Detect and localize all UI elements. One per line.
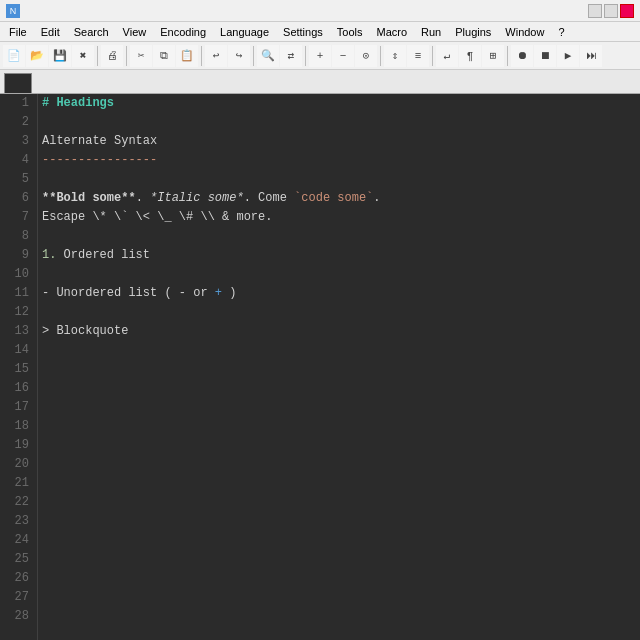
line-num-1: 1 xyxy=(6,94,29,113)
title-bar-controls[interactable] xyxy=(588,4,634,18)
title-bar: N xyxy=(0,0,640,22)
tb-syncmap[interactable]: ≡ xyxy=(407,45,429,67)
tb-zoomout[interactable]: − xyxy=(332,45,354,67)
code-token: > Blockquote xyxy=(42,322,128,341)
code-token: Alternate Syntax xyxy=(42,132,157,151)
tb-cut[interactable]: ✂ xyxy=(130,45,152,67)
line-num-26: 26 xyxy=(6,569,29,588)
menu-edit[interactable]: Edit xyxy=(34,22,67,41)
code-token: ) xyxy=(222,284,236,303)
menu-view[interactable]: View xyxy=(116,22,154,41)
code-token: *Italic some* xyxy=(150,189,244,208)
menu-plugins[interactable]: Plugins xyxy=(448,22,498,41)
line-num-22: 22 xyxy=(6,493,29,512)
line-numbers: 1 2 3 4 5 6 7 8 9 10 11 12 13 14 15 16 1… xyxy=(0,94,38,640)
tb-indent[interactable]: ⊞ xyxy=(482,45,504,67)
menu-file[interactable]: File xyxy=(2,22,34,41)
toolbar-sep1 xyxy=(97,46,98,66)
code-line-6: **Bold some** . *Italic some* . Come `co… xyxy=(42,189,636,208)
line-num-16: 16 xyxy=(6,379,29,398)
code-token: - Unordered list ( - or xyxy=(42,284,215,303)
line-num-6: 6 xyxy=(6,189,29,208)
menu-bar: File Edit Search View Encoding Language … xyxy=(0,22,640,42)
line-num-11: 11 xyxy=(6,284,29,303)
tb-synscroll[interactable]: ⇕ xyxy=(384,45,406,67)
menu-window[interactable]: Window xyxy=(498,22,551,41)
tb-macro-play[interactable]: ▶ xyxy=(557,45,579,67)
line-num-25: 25 xyxy=(6,550,29,569)
toolbar-sep8 xyxy=(507,46,508,66)
line-num-28: 28 xyxy=(6,607,29,626)
toolbar-sep5 xyxy=(305,46,306,66)
tb-zoomin[interactable]: + xyxy=(309,45,331,67)
tb-save[interactable]: 💾 xyxy=(49,45,71,67)
code-line-11: - Unordered list ( - or + ) xyxy=(42,284,636,303)
code-line-9: 1. Ordered list xyxy=(42,246,636,265)
code-token: **Bold some** xyxy=(42,189,136,208)
menu-tools[interactable]: Tools xyxy=(330,22,370,41)
tab-bar xyxy=(0,70,640,94)
line-num-10: 10 xyxy=(6,265,29,284)
tb-allchars[interactable]: ¶ xyxy=(459,45,481,67)
code-line-2 xyxy=(42,113,636,132)
tb-open[interactable]: 📂 xyxy=(26,45,48,67)
menu-search[interactable]: Search xyxy=(67,22,116,41)
tb-undo[interactable]: ↩ xyxy=(205,45,227,67)
close-button[interactable] xyxy=(620,4,634,18)
tb-macro-rec[interactable]: ⏺ xyxy=(511,45,533,67)
tb-macro-run[interactable]: ⏭ xyxy=(580,45,602,67)
code-token: # Headings xyxy=(42,94,114,113)
line-num-24: 24 xyxy=(6,531,29,550)
title-bar-left: N xyxy=(6,4,24,18)
tb-wordwrap[interactable]: ↵ xyxy=(436,45,458,67)
toolbar-sep3 xyxy=(201,46,202,66)
tb-closeall[interactable]: ✖ xyxy=(72,45,94,67)
code-line-1: # Headings xyxy=(42,94,636,113)
code-line-5 xyxy=(42,170,636,189)
code-line-12 xyxy=(42,303,636,322)
code-token: . Come xyxy=(244,189,294,208)
toolbar-sep7 xyxy=(432,46,433,66)
line-num-4: 4 xyxy=(6,151,29,170)
tb-zoomreset[interactable]: ⊙ xyxy=(355,45,377,67)
tb-print[interactable]: 🖨 xyxy=(101,45,123,67)
code-line-13: > Blockquote xyxy=(42,322,636,341)
minimize-button[interactable] xyxy=(588,4,602,18)
code-line-4: ---------------- xyxy=(42,151,636,170)
line-num-5: 5 xyxy=(6,170,29,189)
code-token: Ordered list xyxy=(56,246,150,265)
menu-macro[interactable]: Macro xyxy=(369,22,414,41)
line-num-14: 14 xyxy=(6,341,29,360)
code-line-3: Alternate Syntax xyxy=(42,132,636,151)
menu-language[interactable]: Language xyxy=(213,22,276,41)
menu-run[interactable]: Run xyxy=(414,22,448,41)
tb-paste[interactable]: 📋 xyxy=(176,45,198,67)
code-token: 1. xyxy=(42,246,56,265)
code-token: . xyxy=(373,189,380,208)
code-line-8 xyxy=(42,227,636,246)
tab-at-a-glance[interactable] xyxy=(4,73,32,93)
tb-find[interactable]: 🔍 xyxy=(257,45,279,67)
code-token: + xyxy=(215,284,222,303)
line-num-8: 8 xyxy=(6,227,29,246)
code-token: Escape \* \` \< \_ \# \\ & more. xyxy=(42,208,272,227)
line-num-20: 20 xyxy=(6,455,29,474)
line-num-3: 3 xyxy=(6,132,29,151)
code-token: . xyxy=(136,189,150,208)
menu-settings[interactable]: Settings xyxy=(276,22,330,41)
tb-copy[interactable]: ⧉ xyxy=(153,45,175,67)
app-icon: N xyxy=(6,4,20,18)
tb-redo[interactable]: ↪ xyxy=(228,45,250,67)
maximize-button[interactable] xyxy=(604,4,618,18)
menu-encoding[interactable]: Encoding xyxy=(153,22,213,41)
code-area[interactable]: # Headings Alternate Syntax ------------… xyxy=(38,94,640,640)
toolbar-sep6 xyxy=(380,46,381,66)
editor-wrapper: 1 2 3 4 5 6 7 8 9 10 11 12 13 14 15 16 1… xyxy=(0,94,640,640)
tb-new[interactable]: 📄 xyxy=(3,45,25,67)
tb-replace[interactable]: ⇄ xyxy=(280,45,302,67)
tb-macro-stop[interactable]: ⏹ xyxy=(534,45,556,67)
code-line-14 xyxy=(42,341,636,360)
toolbar: 📄 📂 💾 ✖ 🖨 ✂ ⧉ 📋 ↩ ↪ 🔍 ⇄ + − ⊙ ⇕ ≡ ↵ ¶ ⊞ … xyxy=(0,42,640,70)
line-num-27: 27 xyxy=(6,588,29,607)
menu-help[interactable]: ? xyxy=(551,22,571,41)
